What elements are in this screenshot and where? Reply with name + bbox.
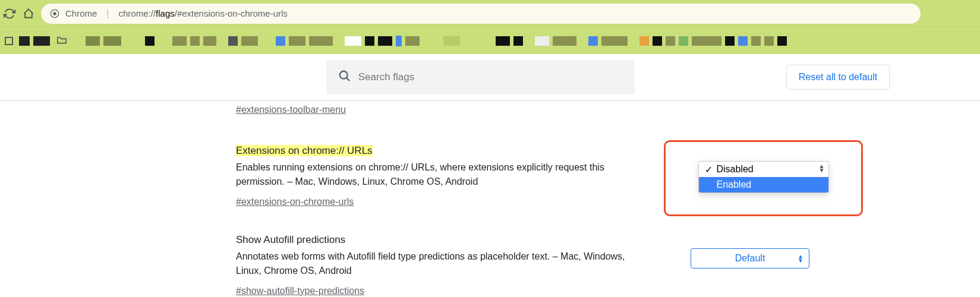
home-icon[interactable] — [22, 7, 35, 20]
browser-toolbar: Chrome | chrome://flags/#extensions-on-c… — [0, 0, 980, 27]
bookmark-item[interactable] — [653, 36, 662, 46]
bookmark-item[interactable] — [33, 36, 50, 46]
bookmark-item[interactable] — [692, 36, 721, 46]
bookmark-item[interactable] — [535, 36, 549, 46]
bookmark-item[interactable] — [738, 36, 748, 46]
bookmark-item[interactable] — [764, 36, 774, 46]
bookmark-item[interactable] — [86, 36, 100, 46]
dropdown-option-disabled[interactable]: Disabled — [699, 162, 828, 177]
flag-item: Extensions on chrome:// URLs Enables run… — [236, 145, 980, 216]
flag-title: Show Autofill predictions — [236, 234, 652, 246]
bookmark-item[interactable] — [639, 36, 649, 46]
svg-point-2 — [339, 71, 347, 79]
flag-title: Extensions on chrome:// URLs — [236, 145, 373, 156]
bookmark-item[interactable] — [276, 36, 285, 46]
flag-list: #extensions-toolbar-menu Extensions on c… — [0, 105, 980, 296]
bookmark-item[interactable] — [751, 36, 761, 46]
bookmark-item[interactable] — [679, 36, 688, 46]
bookmark-item[interactable] — [103, 36, 121, 46]
bookmark-item[interactable] — [666, 36, 675, 46]
bookmark-item[interactable] — [496, 36, 510, 46]
svg-point-1 — [53, 12, 56, 15]
reset-all-button[interactable]: Reset all to default — [786, 65, 890, 90]
page-content: Reset all to default #extensions-toolbar… — [0, 54, 980, 296]
dropdown-option-enabled[interactable]: Enabled — [699, 177, 828, 192]
panel-icon[interactable] — [5, 37, 13, 45]
search-row: Reset all to default — [0, 54, 980, 101]
url-context: Chrome — [65, 8, 97, 18]
bookmark-item[interactable] — [405, 36, 420, 46]
search-box[interactable] — [326, 60, 635, 94]
bookmark-item[interactable] — [241, 36, 258, 46]
bookmark-item[interactable] — [289, 36, 305, 46]
search-icon — [338, 69, 351, 85]
folder-icon[interactable] — [56, 35, 68, 47]
bookmark-item[interactable] — [513, 36, 523, 46]
bookmark-item[interactable] — [172, 36, 187, 46]
flag-hash-link[interactable]: #show-autofill-type-predictions — [236, 286, 364, 296]
url-text: chrome://flags/#extensions-on-chrome-url… — [119, 8, 288, 18]
search-input[interactable] — [358, 71, 623, 83]
bookmark-item[interactable] — [553, 36, 576, 46]
flag-dropdown-open[interactable]: ▲▼ Disabled Enabled — [698, 161, 829, 193]
chrome-page-icon — [50, 9, 59, 18]
flag-select-wrap: Default ▲▼ — [691, 248, 809, 268]
bookmark-item[interactable] — [309, 36, 333, 46]
bookmark-item[interactable] — [588, 36, 598, 46]
flag-select[interactable]: Default — [691, 248, 809, 268]
bookmark-item[interactable] — [378, 36, 392, 46]
flag-item: Show Autofill predictions Annotates web … — [236, 234, 980, 296]
bookmark-item[interactable] — [777, 36, 787, 46]
flag-hash-link[interactable]: #extensions-toolbar-menu — [236, 105, 346, 115]
bookmarks-bar — [0, 27, 980, 54]
bookmark-item[interactable] — [145, 36, 155, 46]
flag-hash-link[interactable]: #extensions-on-chrome-urls — [236, 197, 354, 207]
bookmark-item[interactable] — [601, 36, 628, 46]
reload-icon[interactable] — [3, 7, 16, 20]
bookmark-item[interactable] — [443, 36, 460, 46]
address-bar[interactable]: Chrome | chrome://flags/#extensions-on-c… — [41, 4, 921, 24]
bookmark-item[interactable] — [725, 36, 735, 46]
svg-line-3 — [346, 78, 349, 81]
bookmark-item[interactable] — [19, 36, 30, 46]
bookmark-item[interactable] — [365, 36, 374, 46]
annotation-highlight: ▲▼ Disabled Enabled — [664, 140, 863, 216]
bookmark-item[interactable] — [203, 36, 216, 46]
flag-description: Enables running extensions on chrome:// … — [236, 160, 652, 189]
bookmark-item[interactable] — [396, 36, 402, 46]
flag-description: Annotates web forms with Autofill field … — [236, 249, 652, 278]
bookmark-item[interactable] — [345, 36, 361, 46]
bookmark-item[interactable] — [228, 36, 238, 46]
bookmark-item[interactable] — [190, 36, 200, 46]
